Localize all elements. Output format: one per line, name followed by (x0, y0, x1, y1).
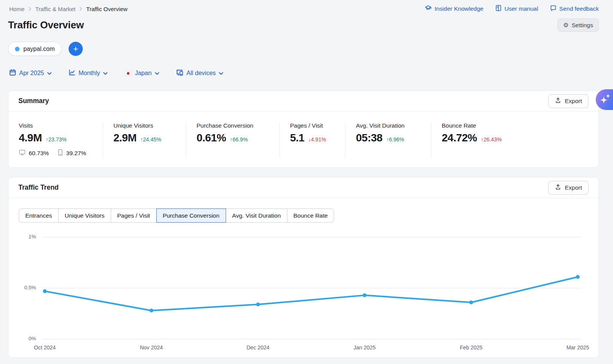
chevron-down-icon (219, 70, 223, 77)
tab-entrances[interactable]: Entrances (19, 208, 59, 223)
top-bar: Home Traffic & Market Traffic Overview I… (8, 5, 599, 13)
traffic-trend-header: Traffic Trend Export (8, 177, 598, 198)
tab-bounce-rate[interactable]: Bounce Rate (287, 208, 334, 223)
chevron-right-icon (28, 7, 31, 11)
send-feedback-link[interactable]: Send feedback (550, 5, 599, 13)
x-axis-tick: Nov 2024 (130, 344, 172, 351)
mobile-icon (57, 149, 63, 157)
chevron-down-icon (103, 70, 108, 77)
metric-delta: ↑66.9% (230, 136, 248, 143)
settings-button[interactable]: ⚙ Settings (557, 18, 599, 32)
title-row: Traffic Overview ⚙ Settings (8, 18, 599, 32)
x-axis-tick: Mar 2025 (557, 344, 599, 351)
data-point[interactable] (43, 289, 47, 293)
y-axis-tick: 0.5% (8, 285, 36, 290)
x-axis-tick: Dec 2024 (237, 344, 279, 351)
page-title: Traffic Overview (8, 19, 84, 31)
breadcrumb-traffic-market[interactable]: Traffic & Market (35, 6, 75, 12)
trend-metric-tabs: Entrances Unique Visitors Pages / Visit … (19, 208, 334, 223)
trend-line-icon (69, 69, 75, 77)
metric-value: 4.9M (19, 132, 42, 144)
data-point[interactable] (256, 303, 260, 307)
domain-chip-label: paypal.com (23, 46, 55, 52)
metric-purchase-conversion: Purchase Conversion 0.61% ↑66.9% (186, 122, 279, 157)
breadcrumb-current: Traffic Overview (86, 6, 128, 12)
data-point[interactable] (469, 300, 473, 304)
x-axis-tick: Jan 2025 (344, 344, 386, 351)
trend-line-chart[interactable] (42, 233, 581, 348)
traffic-trend-card: Traffic Trend Export Entrances Unique Vi… (8, 177, 599, 358)
country-filter[interactable]: Japan (125, 70, 159, 77)
domain-chip[interactable]: paypal.com (8, 42, 62, 56)
metric-delta: ↑6.96% (386, 136, 404, 143)
desktop-icon (19, 149, 26, 157)
chevron-down-icon (155, 70, 159, 77)
traffic-trend-title: Traffic Trend (18, 184, 59, 192)
desktop-share: 60.73% (29, 150, 49, 157)
add-competitor-button[interactable]: + (69, 42, 83, 56)
metric-delta: ↓4.91% (308, 136, 326, 143)
metric-value: 2.9M (113, 132, 136, 144)
metric-delta: ↑24.45% (140, 136, 161, 143)
date-filter[interactable]: Apr 2025 (9, 69, 52, 77)
metric-bounce-rate: Bounce Rate 24.72% ↑26.43% (431, 122, 598, 157)
sparkles-icon (600, 92, 611, 108)
targets-row: paypal.com + (8, 42, 599, 56)
metric-value: 05:38 (356, 132, 382, 144)
devices-icon (176, 69, 184, 77)
insider-knowledge-link[interactable]: Insider Knowledge (425, 5, 484, 13)
export-icon (555, 184, 561, 192)
device-split: 60.73% 39.27% (19, 149, 103, 157)
granularity-filter[interactable]: Monthly (69, 69, 108, 77)
metric-pages-per-visit: Pages / Visit 5.1 ↓4.91% (279, 122, 345, 157)
trend-export-button[interactable]: Export (548, 181, 588, 195)
user-manual-link[interactable]: User manual (495, 5, 538, 13)
tab-avg-visit-duration[interactable]: Avg. Visit Duration (226, 208, 287, 223)
y-axis-tick: 1% (8, 234, 36, 239)
y-axis-tick: 0% (8, 336, 36, 341)
chevron-down-icon (47, 70, 52, 77)
metric-value: 24.72% (442, 132, 477, 144)
x-axis-tick: Oct 2024 (24, 344, 66, 351)
summary-title: Summary (18, 97, 49, 105)
breadcrumb: Home Traffic & Market Traffic Overview (9, 6, 128, 12)
summary-metrics: Visits 4.9M ↑23.73% 60.73% 39.27% (8, 111, 598, 167)
metric-value: 0.61% (197, 132, 226, 144)
data-point[interactable] (576, 275, 580, 279)
chevron-right-icon (79, 7, 82, 11)
traffic-overview-page: Home Traffic & Market Traffic Overview I… (0, 0, 613, 364)
metric-delta: ↑23.73% (46, 136, 66, 143)
filters-row: Apr 2025 Monthly Japan All dev (8, 69, 599, 77)
metric-avg-visit-duration: Avg. Visit Duration 05:38 ↑6.96% (345, 122, 431, 157)
metric-value: 5.1 (290, 132, 304, 144)
mobile-share: 39.27% (66, 150, 87, 157)
export-icon (555, 97, 561, 105)
metric-visits: Visits 4.9M ↑23.73% 60.73% 39.27% (8, 122, 103, 157)
tab-purchase-conversion[interactable]: Purchase Conversion (156, 208, 226, 223)
tab-pages-per-visit[interactable]: Pages / Visit (111, 208, 157, 223)
summary-export-button[interactable]: Export (548, 94, 588, 108)
breadcrumb-home[interactable]: Home (9, 6, 25, 12)
japan-flag-icon (125, 71, 132, 76)
trend-chart[interactable]: 1%0.5%0%Oct 2024Nov 2024Dec 2024Jan 2025… (8, 229, 598, 357)
graduation-cap-icon (425, 5, 432, 13)
data-point[interactable] (363, 293, 367, 297)
header-links: Insider Knowledge User manual Send feedb… (425, 5, 599, 13)
calendar-icon (9, 69, 16, 77)
tab-unique-visitors[interactable]: Unique Visitors (58, 208, 111, 223)
metric-unique-visitors: Unique Visitors 2.9M ↑24.45% (103, 122, 186, 157)
devices-filter[interactable]: All devices (176, 69, 223, 77)
feedback-bubble-icon (550, 5, 557, 13)
summary-card: Summary Export Visits 4.9M ↑23.73% (8, 90, 599, 168)
gear-icon: ⚙ (563, 22, 569, 28)
ai-assistant-button[interactable] (596, 89, 613, 110)
data-point[interactable] (149, 309, 153, 313)
domain-dot-icon (15, 47, 20, 51)
book-icon (495, 5, 502, 13)
metric-delta: ↑26.43% (481, 136, 502, 143)
x-axis-tick: Feb 2025 (450, 344, 492, 351)
summary-header: Summary Export (8, 91, 598, 111)
